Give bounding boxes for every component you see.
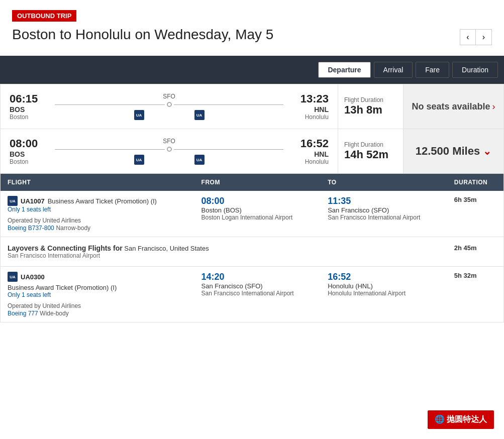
segment1-from-cell: 08:00 Boston (BOS) Boston Logan Internat… — [194, 191, 321, 237]
segment1-from-airport: Boston (BOS) — [201, 206, 314, 214]
col-to: TO — [321, 174, 447, 191]
duration-label-2: Flight Duration — [344, 141, 383, 148]
layover-duration: 2h 45m — [454, 244, 496, 252]
depart-time-2: 08:00 — [10, 137, 45, 150]
segment2-from-time: 14:20 — [201, 272, 314, 282]
segment2-to-full: Honolulu International Airport — [328, 290, 440, 297]
segment2-to-time: 16:52 — [328, 272, 440, 282]
depart-info-1: 06:15 BOS Boston — [10, 92, 45, 121]
miles-text: 12.500 Miles — [416, 145, 480, 158]
arrive-info-2: 16:52 HNL Honolulu — [293, 137, 329, 165]
duration-value-2: 14h 52m — [344, 148, 388, 161]
airline-icon-right-1: UA — [194, 110, 205, 120]
arrive-code-1: HNL — [314, 105, 329, 114]
col-flight: FLIGHT — [1, 174, 194, 191]
depart-city-1: Boston — [10, 114, 45, 121]
segment1-aircraft-link[interactable]: Boeing B737-800 — [8, 225, 54, 232]
layover-title: Layovers & Connecting Flights for — [8, 244, 123, 252]
arrive-code-2: HNL — [314, 150, 329, 158]
depart-code-2: BOS — [10, 150, 45, 158]
segment2-seats-left: Only 1 seats left — [8, 291, 187, 298]
segment2-operated: Operated by United Airlines — [8, 302, 187, 309]
airline-icon-left-2: UA — [134, 155, 144, 165]
layover-airport: San Francisco International Airport — [8, 252, 440, 259]
depart-info-2: 08:00 BOS Boston — [10, 137, 45, 165]
flight-cell-2: UA UA0300 Business Award Ticket (Promoti… — [1, 267, 194, 322]
flight-card-1: 06:15 BOS Boston SFO UA UA 13:23 HNL Hon… — [0, 84, 504, 129]
depart-time-1: 06:15 — [10, 92, 45, 105]
layover-duration-cell: 2h 45m — [447, 237, 504, 267]
segment2-airline-icon: UA — [8, 272, 18, 282]
arrive-info-1: 13:23 HNL Honolulu — [293, 92, 329, 121]
segment2-ticket-type: Business Award Ticket (Promotion) (I) — [8, 284, 187, 291]
segment1-from-full: Boston Logan International Airport — [201, 214, 314, 221]
segment2-aircraft-link[interactable]: Boeing 777 — [8, 310, 38, 317]
next-date-button[interactable]: › — [476, 29, 492, 45]
segment1-to-cell: 11:35 San Francisco (SFO) San Francisco … — [321, 191, 447, 237]
segment1-duration-cell: 6h 35m — [447, 191, 504, 237]
depart-code-1: BOS — [10, 105, 45, 114]
duration-info-2: Flight Duration 14h 52m — [338, 129, 403, 173]
route-line-1: SFO UA UA — [50, 93, 288, 120]
segment1-ticket-type: Business Award Ticket (Promotion) (I) — [48, 197, 157, 205]
details-table: FLIGHT FROM TO DURATION UA UA1007Busines… — [0, 174, 504, 322]
chevron-down-icon: ⌄ — [483, 145, 491, 157]
segment1-to-full: San Francisco International Airport — [328, 214, 440, 221]
duration-label-1: Flight Duration — [344, 96, 383, 103]
segment2-duration-cell: 5h 32m — [447, 267, 504, 322]
segment1-from-time: 08:00 — [201, 196, 314, 206]
segment1-airline-icon: UA — [8, 196, 18, 206]
flight-info-1: 06:15 BOS Boston SFO UA UA 13:23 HNL Hon… — [1, 84, 338, 129]
no-seats-text-1: No seats available — [412, 101, 490, 112]
segment2-to-cell: 16:52 Honolulu (HNL) Honolulu Internatio… — [321, 267, 447, 322]
airline-icon-left-1: UA — [134, 110, 144, 120]
segment2-flight-num: UA0300 — [21, 273, 45, 281]
segment2-from-airport: San Francisco (SFO) — [201, 282, 314, 290]
action-panel-1: No seats available › — [403, 84, 503, 129]
prev-date-button[interactable]: ‹ — [460, 29, 476, 45]
segment1-to-airport: San Francisco (SFO) — [328, 206, 440, 214]
segment1-duration: 6h 35m — [454, 196, 496, 203]
details-body: UA UA1007Business Award Ticket (Promotio… — [1, 191, 504, 322]
action-panel-2[interactable]: 12.500 Miles ⌄ — [403, 129, 503, 173]
layover-location: San Francisco, United States — [124, 245, 209, 252]
duration-value-1: 13h 8m — [344, 103, 382, 117]
col-from: FROM — [194, 174, 321, 191]
segment1-flight-num: UA1007 — [21, 197, 45, 205]
sort-arrival-button[interactable]: Arrival — [374, 62, 413, 78]
page-title: Boston to Honolulu on Wednesday, May 5 — [6, 24, 279, 51]
segment1-seats-left: Only 1 seats left — [8, 206, 187, 213]
col-duration: DURATION — [447, 174, 504, 191]
flight-info-2: 08:00 BOS Boston SFO UA UA 16:52 HNL Hon… — [1, 129, 338, 173]
arrive-city-2: Honolulu — [305, 158, 329, 165]
layover-cell: Layovers & Connecting Flights for San Fr… — [1, 237, 447, 267]
table-row: UA UA0300 Business Award Ticket (Promoti… — [1, 267, 504, 322]
airline-icon-right-2: UA — [194, 155, 205, 165]
duration-info-1: Flight Duration 13h 8m — [338, 84, 403, 129]
details-header: FLIGHT FROM TO DURATION — [1, 174, 504, 191]
segment1-operated: Operated by United Airlines — [8, 217, 187, 224]
segment2-from-cell: 14:20 San Francisco (SFO) San Francisco … — [194, 267, 321, 322]
arrive-time-2: 16:52 — [300, 137, 329, 150]
route-line-2: SFO UA UA — [50, 138, 288, 165]
segment2-duration: 5h 32m — [454, 272, 496, 279]
layover-row: Layovers & Connecting Flights for San Fr… — [1, 237, 504, 267]
flight-card-2: 08:00 BOS Boston SFO UA UA 16:52 HNL Hon… — [0, 129, 504, 174]
depart-city-2: Boston — [10, 158, 45, 165]
sort-fare-button[interactable]: Fare — [416, 62, 449, 78]
segment2-aircraft-type-label: Wide-body — [40, 310, 68, 317]
sort-duration-button[interactable]: Duration — [452, 62, 498, 78]
chevron-right-icon-1: › — [492, 101, 495, 112]
segment1-to-time: 11:35 — [328, 196, 440, 206]
stop-code-1: SFO — [163, 93, 175, 100]
sort-bar: Departure Arrival Fare Duration — [0, 56, 504, 84]
segment1-aircraft-type-label: Narrow-body — [56, 225, 90, 232]
table-row: UA UA1007Business Award Ticket (Promotio… — [1, 191, 504, 237]
segment2-to-airport: Honolulu (HNL) — [328, 282, 440, 290]
outbound-badge: OUTBOUND TRIP — [12, 10, 76, 22]
sort-departure-button[interactable]: Departure — [318, 62, 370, 78]
segment2-from-full: San Francisco International Airport — [201, 290, 314, 297]
flight-cell-1: UA UA1007Business Award Ticket (Promotio… — [1, 191, 194, 237]
miles-panel: 12.500 Miles ⌄ — [416, 145, 491, 158]
stop-code-2: SFO — [163, 138, 175, 145]
